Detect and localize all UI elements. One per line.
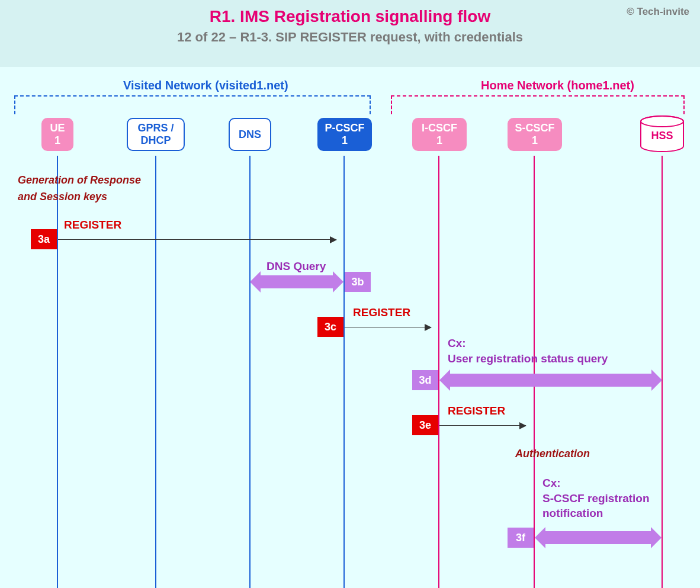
- home-network-label: Home Network (home1.net): [481, 79, 634, 92]
- arrow-3b: [261, 275, 333, 288]
- home-bracket: [391, 95, 685, 114]
- node-gprs: GPRS / DHCP: [127, 118, 185, 151]
- comment-authentication: Authentication: [515, 446, 590, 462]
- badge-3e: 3e: [412, 415, 438, 435]
- node-pcscf1: P-CSCF 1: [317, 118, 372, 151]
- lifeline-pcscf1: [343, 156, 345, 588]
- copyright: © Tech-invite: [627, 6, 689, 18]
- label-3f: Cx: S-CSCF registration notification: [542, 475, 650, 521]
- node-hss: HSS: [640, 123, 685, 149]
- lifeline-ue1: [57, 156, 58, 588]
- label-3d: Cx: User registration status query: [448, 336, 608, 366]
- badge-3d: 3d: [412, 370, 438, 390]
- node-scscf1: S-CSCF 1: [508, 118, 562, 151]
- lifeline-scscf1: [534, 156, 535, 588]
- arrow-3e: [439, 425, 526, 426]
- badge-3c: 3c: [317, 317, 343, 337]
- lifeline-dns: [249, 156, 251, 588]
- badge-3f: 3f: [508, 528, 534, 548]
- diagram-page: © Tech-invite R1. IMS Registration signa…: [0, 0, 700, 588]
- page-title: R1. IMS Registration signalling flow: [0, 7, 700, 26]
- node-icscf1: I-CSCF 1: [412, 118, 467, 151]
- label-3c: REGISTER: [353, 306, 410, 319]
- badge-3b: 3b: [345, 272, 371, 292]
- comment-generation: Generation of Response and Session keys: [18, 172, 141, 205]
- label-3a: REGISTER: [64, 219, 121, 232]
- arrow-3a: [58, 239, 336, 240]
- page-subtitle: 12 of 22 – R1-3. SIP REGISTER request, w…: [0, 30, 700, 45]
- node-dns: DNS: [229, 118, 271, 151]
- label-3b: DNS Query: [266, 260, 326, 273]
- title-band: © Tech-invite R1. IMS Registration signa…: [0, 0, 700, 67]
- badge-3a: 3a: [31, 229, 57, 249]
- label-3e: REGISTER: [448, 404, 505, 417]
- visited-network-label: Visited Network (visited1.net): [123, 79, 288, 92]
- lifeline-gprs: [155, 156, 156, 588]
- sequence-diagram: Visited Network (visited1.net) Home Netw…: [0, 67, 700, 588]
- visited-bracket: [14, 95, 371, 114]
- arrow-3f: [545, 531, 651, 544]
- arrow-3c: [345, 327, 431, 327]
- arrow-3d: [450, 374, 651, 387]
- node-ue1: UE 1: [41, 118, 73, 151]
